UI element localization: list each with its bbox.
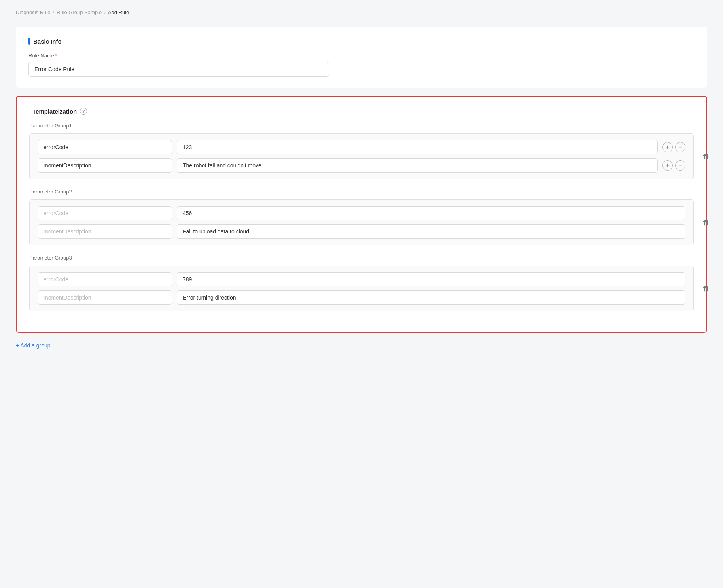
param-group-3-row-1-key[interactable]	[38, 272, 172, 286]
templateization-section: Templateization ? Parameter Group1 + −	[16, 96, 707, 333]
breadcrumb-sep-1: /	[53, 9, 54, 15]
param-group-1-row-2-key[interactable]	[38, 158, 172, 173]
param-group-1-row-1-value[interactable]	[177, 140, 658, 154]
basic-info-title-container: Basic Info	[28, 38, 695, 45]
param-group-1-row-1-remove-btn[interactable]: −	[675, 142, 685, 152]
param-group-3-row-1-value[interactable]	[177, 272, 685, 286]
param-group-1: Parameter Group1 + −	[29, 123, 694, 179]
add-group-label: + Add a group	[16, 342, 51, 349]
param-group-2: Parameter Group2 🗑	[29, 189, 694, 245]
param-group-1-row-2-value[interactable]	[177, 158, 658, 173]
rule-name-input[interactable]	[28, 62, 329, 77]
param-group-2-row-2	[38, 224, 685, 239]
param-group-1-row-2-add-btn[interactable]: +	[662, 160, 673, 171]
param-group-3-label: Parameter Group3	[29, 255, 694, 261]
param-group-3-row-2-key[interactable]	[38, 290, 172, 305]
param-group-1-box: + − + −	[29, 133, 694, 179]
help-icon[interactable]: ?	[80, 108, 87, 115]
minus-icon-2: −	[678, 162, 682, 169]
basic-info-accent-bar	[28, 38, 30, 45]
basic-info-title: Basic Info	[33, 38, 62, 45]
plus-icon: +	[666, 144, 669, 151]
plus-icon-2: +	[666, 162, 669, 169]
trash-icon-3: 🗑	[702, 285, 710, 292]
param-group-1-row-1-key[interactable]	[38, 140, 172, 154]
param-group-2-row-2-value[interactable]	[177, 224, 685, 239]
breadcrumb-item-1: Diagnosis Rule	[16, 9, 50, 15]
basic-info-section: Basic Info Rule Name*	[16, 27, 707, 88]
param-group-1-row-1-add-btn[interactable]: +	[662, 142, 673, 152]
param-group-1-delete-btn[interactable]: 🗑	[702, 152, 710, 161]
param-group-1-row-2-actions: + −	[662, 160, 685, 171]
param-group-1-label: Parameter Group1	[29, 123, 694, 129]
breadcrumb-sep-2: /	[104, 9, 106, 15]
param-group-2-delete-btn[interactable]: 🗑	[702, 218, 710, 227]
param-group-2-row-1-value[interactable]	[177, 206, 685, 220]
param-group-3: Parameter Group3 🗑	[29, 255, 694, 311]
trash-icon-1: 🗑	[702, 152, 710, 160]
trash-icon-2: 🗑	[702, 218, 710, 226]
param-group-3-row-2	[38, 290, 685, 305]
templateization-title: Templateization	[32, 108, 77, 115]
param-group-3-row-2-value[interactable]	[177, 290, 685, 305]
breadcrumb: Diagnosis Rule / Rule Group Sample / Add…	[16, 9, 707, 15]
param-group-3-wrapper: 🗑	[29, 266, 694, 311]
breadcrumb-current: Add Rule	[108, 9, 129, 15]
param-group-1-row-1: + −	[38, 140, 685, 154]
param-group-3-delete-btn[interactable]: 🗑	[702, 285, 710, 293]
param-group-3-box	[29, 266, 694, 311]
templateization-title-container: Templateization ?	[29, 108, 694, 115]
breadcrumb-item-2: Rule Group Sample	[57, 9, 102, 15]
param-group-2-box	[29, 199, 694, 245]
param-group-3-row-1	[38, 272, 685, 286]
minus-icon: −	[678, 144, 682, 151]
param-group-1-row-2-remove-btn[interactable]: −	[675, 160, 685, 171]
param-group-2-row-2-key[interactable]	[38, 224, 172, 239]
add-group-button[interactable]: + Add a group	[16, 341, 51, 350]
param-group-1-wrapper: + − + −	[29, 133, 694, 179]
param-group-2-row-1	[38, 206, 685, 220]
rule-name-label: Rule Name*	[28, 53, 695, 59]
param-group-1-row-2: + −	[38, 158, 685, 173]
param-group-1-row-1-actions: + −	[662, 142, 685, 152]
param-group-2-row-1-key[interactable]	[38, 206, 172, 220]
param-group-2-label: Parameter Group2	[29, 189, 694, 195]
param-group-2-wrapper: 🗑	[29, 199, 694, 245]
